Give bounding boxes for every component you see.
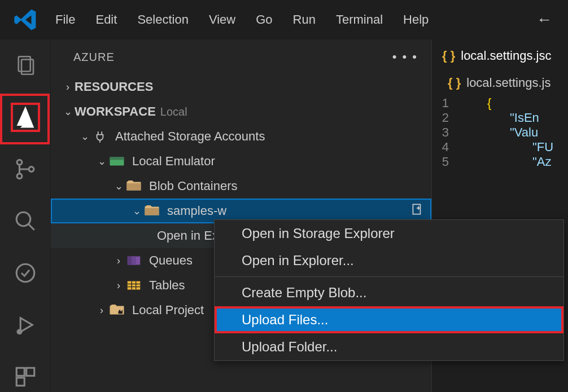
menu-separator [215, 276, 563, 277]
tables-icon [125, 278, 142, 293]
chevron-right-icon: › [61, 81, 75, 93]
breadcrumb-label: local.settings.js [466, 76, 550, 90]
code-line: "Az [459, 155, 551, 169]
resources-label: RESOURCES [75, 80, 153, 94]
folder-icon [143, 204, 160, 218]
folder-icon [125, 179, 142, 193]
queues-label: Queues [149, 253, 193, 268]
sidebar-title: AZURE [73, 51, 115, 64]
context-menu: Open in Storage Explorer Open in Explore… [214, 219, 564, 361]
more-actions-icon[interactable]: • • • [392, 50, 418, 64]
menu-terminal[interactable]: Terminal [326, 8, 393, 32]
svg-point-6 [16, 264, 34, 282]
svg-rect-9 [26, 368, 34, 376]
code-editor[interactable]: 1{ 2"IsEn 3"Valu 4"FU 5"Az [432, 94, 568, 169]
project-folder-icon [108, 303, 125, 318]
activity-bar [0, 39, 51, 392]
chevron-down-icon: ⌄ [78, 130, 91, 143]
editor-tab-name: local.settings.jsc [461, 49, 551, 63]
search-activity-icon[interactable] [11, 206, 40, 236]
cm-open-explorer[interactable]: Open in Explorer... [215, 247, 563, 274]
svg-point-7 [18, 330, 21, 334]
chevron-down-icon: ⌄ [130, 205, 143, 217]
svg-rect-18 [132, 257, 136, 265]
plug-icon [91, 129, 108, 144]
chevron-down-icon: ⌄ [112, 180, 125, 192]
menu-view[interactable]: View [199, 8, 246, 32]
chevron-right-icon: › [95, 305, 108, 316]
queues-icon [125, 253, 142, 268]
back-arrow-icon[interactable]: ← [526, 6, 562, 33]
new-file-icon[interactable] [410, 202, 425, 220]
explorer-activity-icon[interactable] [11, 51, 40, 80]
workspace-label: WORKSPACE [75, 104, 156, 119]
code-line: "FU [459, 140, 553, 155]
breadcrumb[interactable]: { } local.settings.js [432, 72, 568, 94]
attached-storage-label: Attached Storage Accounts [115, 129, 265, 144]
blob-containers-node[interactable]: ⌄ Blob Containers [51, 174, 431, 199]
local-emulator-label: Local Emulator [132, 154, 215, 169]
samples-container-label: samples-w [167, 204, 226, 218]
json-file-icon: { } [442, 49, 455, 63]
test-activity-icon[interactable] [11, 258, 40, 288]
svg-rect-15 [413, 204, 420, 214]
chevron-down-icon: ⌄ [61, 105, 75, 118]
menu-edit[interactable]: Edit [85, 8, 127, 32]
line-number: 3 [432, 125, 459, 140]
cm-upload-files[interactable]: Upload Files... [215, 306, 563, 333]
svg-point-5 [16, 212, 30, 226]
storage-account-icon [108, 154, 125, 169]
vscode-logo-icon [14, 8, 37, 32]
code-line: "IsEn [459, 111, 539, 125]
menu-go[interactable]: Go [246, 8, 282, 32]
svg-rect-12 [110, 157, 124, 160]
line-number: 1 [432, 96, 459, 111]
svg-point-2 [17, 160, 22, 165]
menu-selection[interactable]: Selection [127, 8, 199, 32]
menu-file[interactable]: File [45, 8, 85, 32]
svg-rect-19 [128, 281, 141, 290]
workspace-section[interactable]: ⌄ WORKSPACE Local [51, 99, 431, 124]
local-project-label: Local Project [132, 303, 204, 318]
chevron-right-icon: › [112, 255, 125, 267]
chevron-down-icon: ⌄ [95, 155, 108, 168]
menu-run[interactable]: Run [283, 8, 326, 32]
resources-section[interactable]: › RESOURCES [51, 74, 431, 99]
svg-point-4 [29, 167, 34, 172]
tables-label: Tables [149, 278, 185, 293]
blob-containers-label: Blob Containers [149, 179, 238, 193]
svg-rect-10 [16, 378, 24, 386]
azure-activity-highlight [0, 94, 50, 144]
local-emulator-node[interactable]: ⌄ Local Emulator [51, 149, 431, 174]
line-number: 4 [432, 140, 459, 155]
cm-open-storage-explorer[interactable]: Open in Storage Explorer [215, 220, 563, 247]
code-line: "Valu [459, 125, 538, 140]
extensions-activity-icon[interactable] [11, 362, 40, 391]
code-line: { [459, 96, 491, 111]
debug-activity-icon[interactable] [11, 310, 40, 340]
cm-create-empty-blob[interactable]: Create Empty Blob... [215, 279, 563, 306]
chevron-right-icon: › [112, 280, 125, 292]
line-number: 5 [432, 155, 459, 169]
editor-tab[interactable]: { } local.settings.jsc [432, 39, 568, 72]
workspace-sublabel: Local [160, 105, 187, 118]
menubar: File Edit Selection View Go Run Terminal… [45, 8, 439, 32]
source-control-activity-icon[interactable] [11, 155, 40, 184]
line-number: 2 [432, 111, 459, 125]
cm-upload-folder[interactable]: Upload Folder... [215, 333, 563, 360]
svg-rect-14 [145, 208, 159, 215]
svg-rect-8 [16, 368, 24, 376]
menu-help[interactable]: Help [393, 8, 439, 32]
svg-point-3 [17, 174, 22, 179]
json-file-icon: { } [448, 76, 461, 90]
svg-rect-17 [128, 257, 132, 265]
svg-rect-13 [127, 183, 141, 191]
attached-storage-node[interactable]: ⌄ Attached Storage Accounts [51, 124, 431, 149]
